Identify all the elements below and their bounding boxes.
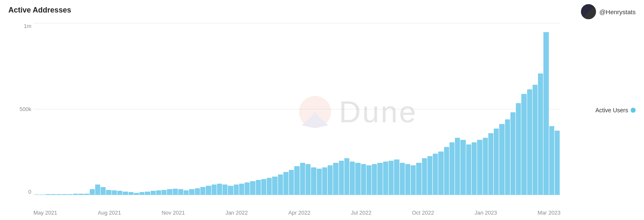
x-label-2: Nov 2021 xyxy=(162,210,185,216)
bar xyxy=(422,158,427,195)
bar xyxy=(123,192,128,195)
x-axis: May 2021 Aug 2021 Nov 2021 Jan 2022 Apr … xyxy=(33,210,561,216)
bar xyxy=(516,103,521,195)
bar xyxy=(129,192,134,195)
bar xyxy=(466,144,471,195)
x-label-6: Oct 2022 xyxy=(412,210,434,216)
x-label-8: Mar 2023 xyxy=(538,210,561,216)
bar xyxy=(250,181,255,195)
bar xyxy=(499,124,504,195)
y-label-mid: 500k xyxy=(20,106,31,112)
bar xyxy=(555,131,560,195)
bar xyxy=(344,158,349,195)
bar xyxy=(139,192,144,195)
bar xyxy=(488,133,493,195)
bar xyxy=(112,190,117,195)
legend-label: Active Users xyxy=(595,107,628,114)
bar xyxy=(68,194,73,195)
bar xyxy=(217,184,222,195)
bar xyxy=(383,162,388,195)
bar xyxy=(472,142,477,195)
legend-dot xyxy=(631,108,636,113)
bar xyxy=(40,195,45,195)
bar xyxy=(184,190,189,195)
bar xyxy=(328,165,333,195)
bar xyxy=(84,194,89,195)
bar xyxy=(212,185,217,195)
bar xyxy=(294,166,299,195)
bar xyxy=(361,164,366,195)
bar xyxy=(283,172,288,195)
bar xyxy=(289,170,294,195)
bar xyxy=(200,187,205,195)
avatar xyxy=(581,4,596,19)
x-label-3: Jan 2022 xyxy=(225,210,248,216)
bar xyxy=(438,152,443,195)
bar xyxy=(206,186,211,195)
bar xyxy=(106,190,111,195)
bar xyxy=(117,191,122,195)
bar xyxy=(411,165,416,195)
bar xyxy=(151,191,156,195)
bar xyxy=(400,163,405,195)
bar xyxy=(156,190,161,195)
bar xyxy=(78,194,83,195)
bar xyxy=(317,169,322,195)
bar xyxy=(455,138,460,195)
x-label-1: Aug 2021 xyxy=(98,210,121,216)
bar xyxy=(178,189,183,195)
user-badge: @Henrystats xyxy=(581,4,636,19)
chart-container: Active Addresses @Henrystats 1m 500k 0 D… xyxy=(0,0,644,220)
bar xyxy=(355,163,360,195)
bar xyxy=(322,167,327,195)
bar xyxy=(56,194,61,195)
bar xyxy=(239,184,244,195)
bar xyxy=(34,195,39,195)
x-label-7: Jan 2023 xyxy=(475,210,497,216)
bar xyxy=(405,164,410,195)
x-label-0: May 2021 xyxy=(33,210,57,216)
bar xyxy=(510,112,515,195)
bar xyxy=(45,194,51,195)
bar xyxy=(256,180,261,195)
bar xyxy=(389,161,394,195)
bar xyxy=(533,85,538,195)
bar xyxy=(366,165,371,195)
bar xyxy=(433,154,438,195)
y-axis: 1m 500k 0 xyxy=(8,23,31,195)
bar xyxy=(51,194,56,195)
bar xyxy=(272,177,277,195)
bar xyxy=(95,185,100,195)
bar xyxy=(444,147,449,195)
bar xyxy=(527,89,532,195)
bar xyxy=(521,94,526,195)
bar xyxy=(377,163,382,195)
bar xyxy=(162,190,167,195)
bars-wrapper xyxy=(33,23,561,195)
bar xyxy=(62,194,67,195)
bar xyxy=(543,32,548,195)
bar xyxy=(90,189,95,195)
bar xyxy=(450,142,455,195)
chart-title: Active Addresses xyxy=(8,6,71,15)
y-label-top: 1m xyxy=(24,23,31,29)
bar xyxy=(145,192,150,195)
bar xyxy=(228,186,233,195)
legend: Active Users xyxy=(595,107,636,114)
bar xyxy=(306,164,311,195)
bar xyxy=(350,162,355,195)
bar xyxy=(300,163,305,195)
bar xyxy=(278,174,283,195)
bar xyxy=(189,189,194,195)
bar xyxy=(505,119,510,195)
bar xyxy=(222,185,227,195)
bar xyxy=(549,126,554,195)
bar xyxy=(101,187,106,195)
y-label-bottom: 0 xyxy=(28,189,31,195)
bar xyxy=(167,189,172,195)
bar xyxy=(134,193,139,195)
bar xyxy=(245,182,250,195)
bar xyxy=(173,189,178,195)
bar xyxy=(311,167,316,195)
x-label-5: Jul 2022 xyxy=(351,210,371,216)
